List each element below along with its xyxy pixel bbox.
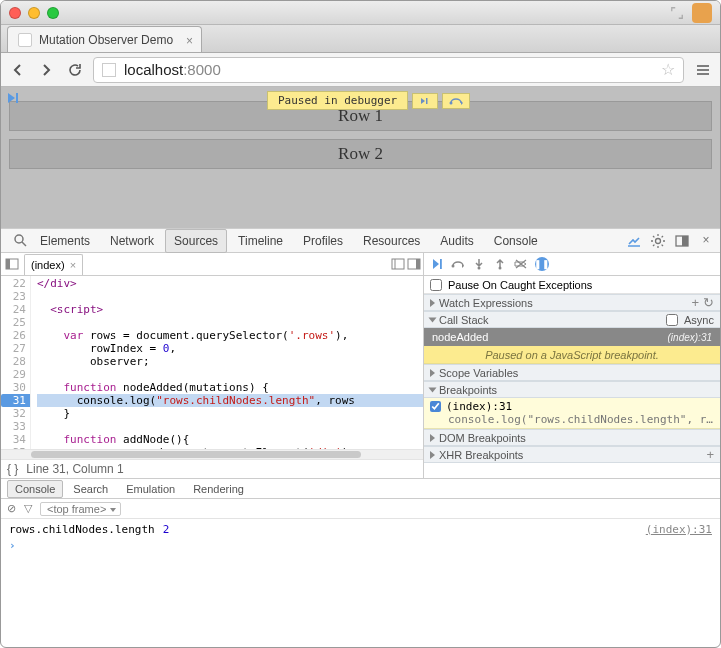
console-output[interactable]: rows.childNodes.length 2 (index):31 › [1,519,720,571]
pause-caught-checkbox[interactable] [430,279,442,291]
drawer-tab-emulation[interactable]: Emulation [118,480,183,498]
devtools-tab-timeline[interactable]: Timeline [229,229,292,253]
clear-console-icon[interactable]: ⊘ [7,502,16,515]
search-icon[interactable] [13,233,29,249]
close-icon[interactable]: × [70,259,76,271]
traffic-close[interactable] [9,7,21,19]
resume-button[interactable] [430,257,444,271]
breakpoints-section[interactable]: Breakpoints [424,381,720,398]
xhr-breakpoints-section[interactable]: XHR Breakpoints+ [424,446,720,463]
svg-point-14 [478,267,481,270]
source-file-tab[interactable]: (index) × [24,254,83,275]
breakpoint-code: console.log("rows.childNodes.length", r… [448,413,714,426]
callstack-frame[interactable]: nodeAdded(index):31 [424,328,720,346]
console-toolbar: ⊘ ▽ <top frame> [1,499,720,519]
async-checkbox[interactable] [666,314,678,326]
page-icon [102,63,116,77]
close-icon[interactable]: × [186,34,193,48]
editor-status: { } Line 31, Column 1 [1,459,423,478]
svg-rect-11 [416,259,420,269]
devtools-tab-audits[interactable]: Audits [431,229,482,253]
devtools-tab-sources[interactable]: Sources [165,229,227,253]
horizontal-scrollbar[interactable] [1,449,423,459]
menu-button[interactable] [694,61,712,79]
callstack-section[interactable]: Call StackAsync [424,311,720,328]
devtools-close-icon[interactable]: × [698,233,714,249]
devtools-tabs: Elements Network Sources Timeline Profil… [1,228,720,253]
svg-rect-8 [6,259,10,269]
add-xhr-icon[interactable]: + [706,447,714,462]
tab-strip: Mutation Observer Demo × [1,25,720,53]
dock-icon[interactable] [674,233,690,249]
dom-breakpoints-section[interactable]: DOM Breakpoints [424,429,720,446]
line-gutter[interactable]: 22232425262728293031323334353637 [1,276,31,449]
step-over-button[interactable] [451,257,465,271]
devtools-tab-elements[interactable]: Elements [31,229,99,253]
deactivate-breakpoints-button[interactable] [514,257,528,271]
extension-icon[interactable] [692,3,712,23]
content-row: Row 2 [9,139,712,169]
console-src-link[interactable]: (index):31 [646,523,712,536]
pause-reason: Paused on a JavaScript breakpoint. [424,346,720,364]
reload-button[interactable] [65,61,83,79]
code-editor[interactable]: 22232425262728293031323334353637 </div> … [1,276,424,478]
window-titlebar [1,1,720,25]
scope-section[interactable]: Scope Variables [424,364,720,381]
banner-step-button[interactable] [442,93,470,109]
drawer-tab-search[interactable]: Search [65,480,116,498]
page-viewport: Paused in debugger Row 1 Row 2 [1,87,720,228]
paused-banner: Paused in debugger [267,91,470,110]
browser-tab[interactable]: Mutation Observer Demo × [7,26,202,52]
traffic-zoom[interactable] [47,7,59,19]
svg-rect-0 [16,93,18,103]
svg-rect-9 [392,259,404,269]
nav-toolbar: localhost:8000 ☆ [1,53,720,87]
back-button[interactable] [9,61,27,79]
favicon-icon [18,33,32,47]
url-bar[interactable]: localhost:8000 ☆ [93,57,684,83]
breakpoint-checkbox[interactable] [430,401,441,412]
console-prompt[interactable]: › [9,537,712,553]
svg-point-15 [499,267,502,270]
url-port: :8000 [183,61,221,78]
code-content[interactable]: </div> <script> var rows = document.quer… [31,276,423,449]
step-into-button[interactable] [472,257,486,271]
drawer-tabs: Console Search Emulation Rendering [1,479,720,499]
console-entry: rows.childNodes.length 2 (index):31 [9,521,712,537]
gear-icon[interactable] [650,233,666,249]
drawer-tab-console[interactable]: Console [7,480,63,498]
svg-point-2 [450,101,453,104]
expand-icon[interactable] [670,6,684,20]
devtools-tab-profiles[interactable]: Profiles [294,229,352,253]
paused-label: Paused in debugger [267,91,408,110]
sources-toolbar: (index) × ❚❚ [1,253,720,276]
devtools-tab-console[interactable]: Console [485,229,547,253]
drawer-tab-rendering[interactable]: Rendering [185,480,252,498]
refresh-icon[interactable]: ↻ [703,295,714,310]
debugger-sidebar: Pause On Caught Exceptions Watch Express… [424,276,720,478]
filter-icon[interactable]: ▽ [24,502,32,515]
overlay-resume-icon[interactable] [5,91,19,108]
format-icon[interactable]: { } [7,462,18,476]
frame-selector[interactable]: <top frame> [40,502,121,516]
svg-point-3 [15,235,23,243]
svg-point-13 [452,265,455,268]
pause-caught-row[interactable]: Pause On Caught Exceptions [424,276,720,294]
svg-rect-1 [426,98,428,104]
devtools-tab-resources[interactable]: Resources [354,229,429,253]
breakpoint-item[interactable]: (index):31 console.log("rows.childNodes.… [424,398,720,429]
forward-button[interactable] [37,61,55,79]
traffic-minimize[interactable] [28,7,40,19]
watch-section[interactable]: Watch Expressions+↻ [424,294,720,311]
navigator-icon[interactable] [5,257,19,271]
svg-point-4 [656,238,661,243]
devtools-tab-network[interactable]: Network [101,229,163,253]
history-icon[interactable] [391,257,405,271]
step-out-button[interactable] [493,257,507,271]
sidebar-toggle-icon[interactable] [407,257,421,271]
pause-exceptions-button[interactable]: ❚❚ [535,257,549,271]
bookmark-star-icon[interactable]: ☆ [661,60,675,79]
banner-resume-button[interactable] [412,93,438,109]
add-watch-icon[interactable]: + [691,295,699,310]
toggle-drawer-icon[interactable] [626,233,642,249]
